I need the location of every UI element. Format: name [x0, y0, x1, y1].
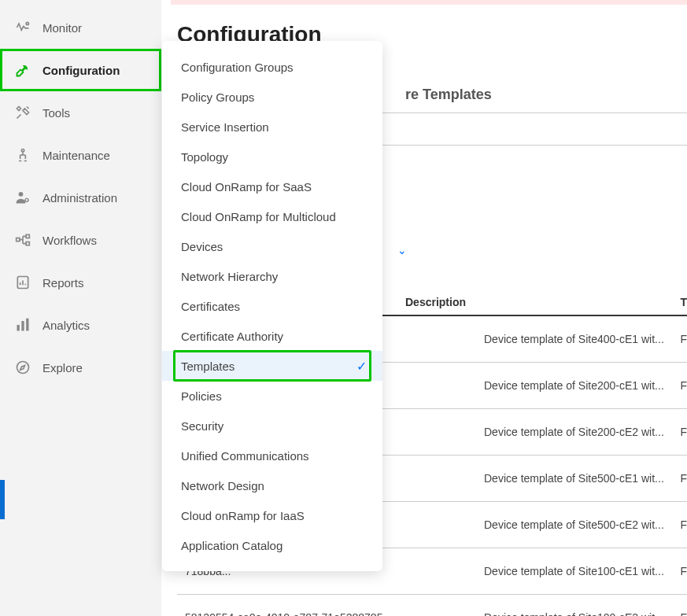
row-t: F [671, 472, 687, 485]
wrench-icon [14, 61, 31, 79]
dropdown-item-label: Topology [181, 150, 228, 164]
dropdown-item-security[interactable]: Security [162, 411, 382, 441]
row-t: F [671, 379, 687, 392]
sidebar-item-configuration[interactable]: Configuration [0, 49, 161, 91]
dropdown-item-label: Network Design [181, 479, 264, 492]
dropdown-item-label: Devices [181, 240, 223, 253]
dropdown-item-topology[interactable]: Topology [162, 142, 382, 172]
reports-icon [14, 274, 31, 291]
sidebar-item-label: Tools [42, 106, 70, 120]
dropdown-item-network-hierarchy[interactable]: Network Hierarchy [162, 261, 382, 291]
dropdown-item-label: Certificates [181, 300, 240, 313]
row-description: Device template of Site500-cE1 wit... [468, 472, 671, 485]
dropdown-item-label: Cloud OnRamp for Multicloud [181, 210, 336, 223]
row-t: F [671, 565, 687, 577]
monitor-icon [14, 19, 31, 36]
tools-icon [14, 104, 31, 121]
check-icon: ✓ [356, 359, 367, 374]
sidebar-item-label: Configuration [42, 64, 120, 77]
dropdown-item-policy-groups[interactable]: Policy Groups [162, 82, 382, 112]
workflows-icon [14, 231, 31, 249]
dropdown-item-label: Cloud onRamp for IaaS [181, 509, 305, 522]
svg-point-11 [17, 362, 29, 374]
sidebar-item-analytics[interactable]: Analytics [0, 304, 161, 346]
row-description: Device template of Site100-cE1 wit... [468, 565, 671, 577]
dropdown-item-policies[interactable]: Policies [162, 381, 382, 411]
svg-rect-4 [17, 238, 20, 242]
svg-point-2 [19, 192, 24, 197]
dropdown-item-configuration-groups[interactable]: Configuration Groups [162, 52, 382, 82]
row-description: Device template of Site500-cE2 wit... [468, 518, 671, 531]
column-header-t[interactable]: T [671, 296, 687, 308]
dropdown-item-application-catalog[interactable]: Application Catalog [162, 530, 382, 560]
svg-point-0 [26, 22, 28, 24]
svg-rect-9 [21, 321, 24, 331]
svg-point-1 [21, 149, 24, 152]
dropdown-item-templates[interactable]: Templates✓ [162, 351, 382, 381]
analytics-icon [14, 316, 31, 334]
compass-icon [14, 359, 31, 376]
row-t: F [671, 611, 687, 616]
configuration-dropdown[interactable]: Configuration GroupsPolicy GroupsService… [162, 41, 382, 571]
dropdown-item-label: Certificate Authority [181, 330, 283, 343]
sidebar-item-reports[interactable]: Reports [0, 261, 161, 304]
dropdown-item-label: Unified Communications [181, 449, 309, 463]
column-header-description[interactable]: Description [390, 296, 671, 308]
row-description: Device template of Site200-cE1 wit... [468, 379, 671, 392]
sidebar-item-label: Analytics [42, 319, 90, 332]
dropdown-item-label: Application Catalog [181, 539, 283, 552]
sidebar-item-workflows[interactable]: Workflows [0, 219, 161, 261]
dropdown-item-certificate-authority[interactable]: Certificate Authority [162, 321, 382, 351]
dropdown-item-devices[interactable]: Devices [162, 231, 382, 261]
dropdown-item-cloud-onramp-for-multicloud[interactable]: Cloud OnRamp for Multicloud [162, 201, 382, 231]
admin-icon [14, 189, 31, 206]
table-row[interactable]: 58129554-ca0e-4010-a787-71a5288785...Dev… [177, 595, 687, 616]
row-t: F [671, 518, 687, 531]
dropdown-item-cloud-onramp-for-saas[interactable]: Cloud OnRamp for SaaS [162, 172, 382, 201]
dropdown-item-label: Cloud OnRamp for SaaS [181, 180, 312, 194]
svg-rect-8 [17, 325, 20, 331]
row-t: F [671, 333, 687, 345]
sidebar-item-label: Administration [42, 191, 117, 205]
dropdown-item-label: Policies [181, 389, 222, 403]
sidebar: Monitor Configuration Tools Maintenance [0, 0, 161, 616]
sidebar-item-monitor[interactable]: Monitor [0, 6, 161, 49]
sidebar-item-label: Reports [42, 276, 84, 290]
sidebar-item-label: Monitor [42, 21, 82, 35]
row-id: 58129554-ca0e-4010-a787-71a5288785... [185, 611, 468, 616]
maintenance-icon [14, 146, 31, 164]
row-description: Device template of Site200-cE2 wit... [468, 426, 671, 438]
sidebar-item-label: Maintenance [42, 149, 110, 162]
svg-rect-5 [26, 234, 29, 238]
dropdown-item-unified-communications[interactable]: Unified Communications [162, 441, 382, 470]
dropdown-item-service-insertion[interactable]: Service Insertion [162, 112, 382, 142]
dropdown-item-label: Security [181, 419, 223, 433]
sidebar-item-tools[interactable]: Tools [0, 91, 161, 134]
dropdown-item-network-design[interactable]: Network Design [162, 470, 382, 500]
svg-rect-10 [26, 319, 28, 331]
sidebar-item-maintenance[interactable]: Maintenance [0, 134, 161, 176]
dropdown-item-certificates[interactable]: Certificates [162, 291, 382, 321]
row-description: Device template of Site100-cE2 wit... [468, 611, 671, 616]
sidebar-item-explore[interactable]: Explore [0, 346, 161, 389]
dropdown-item-cloud-onramp-for-iaas[interactable]: Cloud onRamp for IaaS [162, 500, 382, 530]
row-t: F [671, 426, 687, 438]
dropdown-item-label: Service Insertion [181, 120, 269, 134]
dropdown-item-label: Templates [181, 360, 235, 373]
sidebar-accent [0, 480, 5, 519]
alert-bar [171, 0, 687, 5]
dropdown-item-label: Configuration Groups [181, 61, 294, 74]
svg-rect-6 [26, 242, 29, 245]
sidebar-item-administration[interactable]: Administration [0, 176, 161, 219]
sidebar-item-label: Explore [42, 361, 83, 374]
row-description: Device template of Site400-cE1 wit... [468, 333, 671, 345]
sidebar-item-label: Workflows [42, 234, 97, 247]
dropdown-item-label: Policy Groups [181, 90, 254, 104]
dropdown-item-label: Network Hierarchy [181, 270, 278, 283]
